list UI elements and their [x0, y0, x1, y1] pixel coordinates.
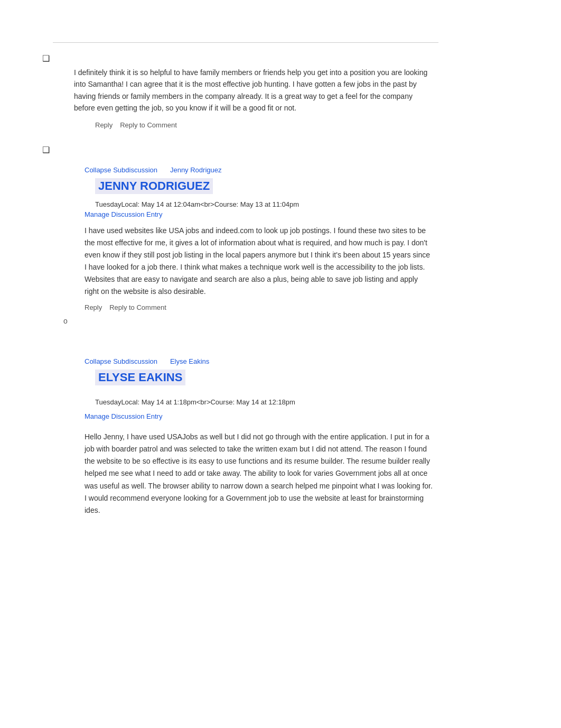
jenny-subdiscussion-header: Collapse Subdiscussion Jenny Rodriguez	[85, 165, 529, 174]
o-marker: o	[63, 317, 529, 325]
elyse-collapse-link[interactable]: Collapse Subdiscussion	[85, 357, 157, 365]
reply-link-1[interactable]: Reply	[95, 121, 113, 129]
elyse-manage-link[interactable]: Manage Discussion Entry	[85, 412, 529, 420]
jenny-reply-to-comment-link[interactable]: Reply to Comment	[109, 303, 166, 311]
jenny-post-meta: TuesdayLocal: May 14 at 12:04am<br>Cours…	[95, 200, 529, 208]
bullet-marker-1: ❑	[42, 53, 529, 63]
elyse-spacer2	[85, 406, 529, 410]
jenny-reply-link[interactable]: Reply	[85, 303, 102, 311]
jenny-subdiscussion: Collapse Subdiscussion Jenny Rodriguez J…	[85, 165, 529, 312]
elyse-spacer	[85, 389, 529, 395]
section-spacer	[42, 325, 529, 346]
bullet-marker-2: ❑	[42, 145, 529, 155]
elyse-author-link[interactable]: Elyse Eakins	[170, 357, 209, 365]
jenny-content: I have used websites like USA jobs and i…	[85, 225, 433, 298]
top-divider	[53, 42, 438, 43]
jenny-author-link[interactable]: Jenny Rodriguez	[170, 166, 222, 174]
elyse-post-meta: TuesdayLocal: May 14 at 1:18pm<br>Course…	[95, 398, 529, 406]
elyse-subdiscussion-header: Collapse Subdiscussion Elyse Eakins	[85, 357, 529, 365]
elyse-subdiscussion: Collapse Subdiscussion Elyse Eakins ELYS…	[85, 357, 529, 517]
jenny-reply-actions: Reply Reply to Comment	[85, 303, 529, 311]
first-comment-actions: Reply Reply to Comment	[95, 121, 529, 129]
elyse-spacer3	[85, 420, 529, 425]
elyse-author-name: ELYSE EAKINS	[95, 370, 185, 385]
first-comment-text: I definitely think it is so helpful to h…	[74, 67, 428, 114]
jenny-author-name: JENNY RODRIGUEZ	[95, 178, 213, 194]
reply-to-comment-link-1[interactable]: Reply to Comment	[120, 121, 177, 129]
jenny-collapse-link[interactable]: Collapse Subdiscussion	[85, 166, 157, 174]
first-comment-block: ❑ I definitely think it is so helpful to…	[42, 53, 529, 129]
elyse-content: Hello Jenny, I have used USAJobs as well…	[85, 431, 433, 517]
jenny-manage-link[interactable]: Manage Discussion Entry	[85, 210, 529, 218]
